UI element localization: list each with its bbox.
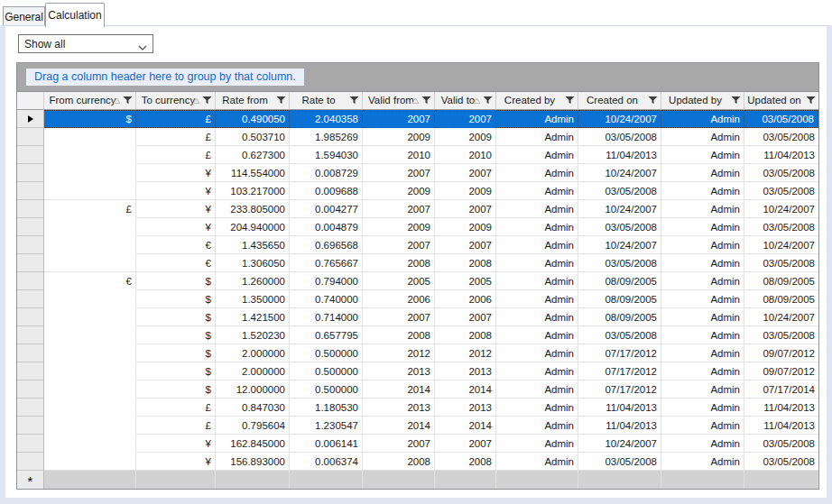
- funnel-icon[interactable]: [565, 96, 575, 106]
- cell[interactable]: 11/04/2013: [744, 146, 818, 164]
- table-row[interactable]: £¥233.8050000.00427720072007Admin10/24/2…: [17, 200, 818, 218]
- cell[interactable]: Admin: [496, 272, 578, 290]
- cell[interactable]: Admin: [661, 453, 744, 471]
- table-row[interactable]: ¥204.9400000.00487920092009Admin03/05/20…: [17, 218, 818, 236]
- cell[interactable]: $: [136, 308, 216, 326]
- cell[interactable]: $: [136, 326, 216, 344]
- new-row-indicator-cell[interactable]: *: [17, 471, 44, 489]
- cell[interactable]: Admin: [496, 308, 578, 326]
- cell[interactable]: Admin: [661, 236, 744, 254]
- cell[interactable]: [44, 344, 136, 362]
- cell[interactable]: ¥: [136, 435, 216, 453]
- cell[interactable]: Admin: [496, 236, 578, 254]
- cell[interactable]: [44, 146, 136, 164]
- cell[interactable]: Admin: [661, 254, 744, 272]
- cell[interactable]: Admin: [661, 182, 744, 200]
- cell[interactable]: 0.004277: [290, 200, 363, 218]
- row-indicator-cell[interactable]: [17, 417, 44, 435]
- row-indicator-cell[interactable]: [17, 200, 44, 218]
- table-row[interactable]: $1.3500000.74000020062006Admin08/09/2005…: [17, 290, 818, 308]
- tab-calculation[interactable]: Calculation: [45, 3, 105, 27]
- row-indicator-cell[interactable]: [17, 399, 44, 417]
- cell[interactable]: $: [44, 110, 136, 128]
- cell[interactable]: 0.794000: [290, 272, 363, 290]
- cell[interactable]: Admin: [496, 200, 578, 218]
- funnel-icon[interactable]: [123, 96, 133, 106]
- cell[interactable]: 1.520230: [216, 326, 290, 344]
- cell[interactable]: 2007: [363, 200, 435, 218]
- cell[interactable]: 156.893000: [216, 453, 290, 471]
- funnel-icon[interactable]: [731, 96, 741, 106]
- cell[interactable]: 03/05/2008: [744, 164, 818, 182]
- new-row-cell[interactable]: [435, 471, 496, 489]
- cell[interactable]: 2014: [435, 417, 496, 435]
- cell[interactable]: €: [136, 254, 216, 272]
- cell[interactable]: £: [136, 110, 216, 128]
- show-all-dropdown[interactable]: Show all: [18, 34, 153, 53]
- cell[interactable]: Admin: [661, 417, 744, 435]
- cell[interactable]: £: [136, 128, 216, 146]
- column-header-updated-by[interactable]: Updated by: [661, 92, 744, 110]
- cell[interactable]: 10/24/2007: [744, 200, 818, 218]
- cell[interactable]: 0.009688: [290, 182, 363, 200]
- cell[interactable]: 1.230547: [290, 417, 363, 435]
- cell[interactable]: 2007: [435, 308, 496, 326]
- cell[interactable]: 2005: [363, 272, 435, 290]
- row-indicator-cell[interactable]: [17, 128, 44, 146]
- funnel-icon[interactable]: [202, 96, 212, 106]
- cell[interactable]: Admin: [661, 362, 744, 380]
- cell[interactable]: $: [136, 362, 216, 380]
- cell[interactable]: 0.740000: [290, 290, 363, 308]
- funnel-icon[interactable]: [349, 96, 359, 106]
- table-row[interactable]: $12.0000000.50000020142014Admin07/17/201…: [17, 380, 818, 399]
- column-header-valid-from[interactable]: Valid from: [363, 92, 435, 110]
- cell[interactable]: 03/05/2008: [744, 182, 818, 200]
- cell[interactable]: 0.500000: [290, 380, 363, 399]
- cell[interactable]: 10/24/2007: [578, 110, 661, 128]
- cell[interactable]: Admin: [496, 218, 578, 236]
- column-header-updated-on[interactable]: Updated on: [744, 92, 818, 110]
- cell[interactable]: 2009: [363, 128, 435, 146]
- cell[interactable]: $: [136, 290, 216, 308]
- cell[interactable]: Admin: [661, 308, 744, 326]
- row-indicator-cell[interactable]: [17, 362, 44, 380]
- cell[interactable]: 08/09/2005: [578, 290, 661, 308]
- cell[interactable]: 2007: [435, 200, 496, 218]
- cell[interactable]: €: [44, 272, 136, 290]
- cell[interactable]: Admin: [496, 435, 578, 453]
- column-header-to-currency[interactable]: To currency: [136, 92, 216, 110]
- cell[interactable]: $: [136, 344, 216, 362]
- funnel-icon[interactable]: [648, 96, 658, 106]
- row-indicator-cell[interactable]: [17, 254, 44, 272]
- cell[interactable]: Admin: [661, 146, 744, 164]
- cell[interactable]: 07/17/2012: [578, 344, 661, 362]
- cell[interactable]: [44, 254, 136, 272]
- cell[interactable]: 1.180530: [290, 399, 363, 417]
- cell[interactable]: 2009: [363, 182, 435, 200]
- cell[interactable]: 2007: [363, 236, 435, 254]
- cell[interactable]: 1.435650: [216, 236, 290, 254]
- cell[interactable]: [44, 236, 136, 254]
- cell[interactable]: 10/24/2007: [578, 200, 661, 218]
- cell[interactable]: $: [136, 380, 216, 399]
- cell[interactable]: 1.350000: [216, 290, 290, 308]
- cell[interactable]: [44, 182, 136, 200]
- funnel-icon[interactable]: [421, 96, 431, 106]
- tab-general[interactable]: General: [3, 6, 45, 26]
- cell[interactable]: 11/04/2013: [744, 417, 818, 435]
- table-row[interactable]: $1.5202300.65779520082008Admin03/05/2008…: [17, 326, 818, 344]
- cell[interactable]: Admin: [661, 326, 744, 344]
- table-row[interactable]: €1.4356500.69656820072007Admin10/24/2007…: [17, 236, 818, 254]
- cell[interactable]: [44, 290, 136, 308]
- cell[interactable]: 0.490050: [216, 110, 290, 128]
- cell[interactable]: 08/09/2005: [744, 272, 818, 290]
- cell[interactable]: 03/05/2008: [578, 182, 661, 200]
- cell[interactable]: Admin: [661, 128, 744, 146]
- cell[interactable]: 11/04/2013: [578, 146, 661, 164]
- funnel-icon[interactable]: [483, 96, 493, 106]
- new-row-cell[interactable]: [290, 471, 363, 489]
- row-indicator-cell[interactable]: [17, 146, 44, 164]
- cell[interactable]: Admin: [496, 290, 578, 308]
- table-row[interactable]: $2.0000000.50000020122012Admin07/17/2012…: [17, 344, 818, 362]
- cell[interactable]: 2009: [435, 182, 496, 200]
